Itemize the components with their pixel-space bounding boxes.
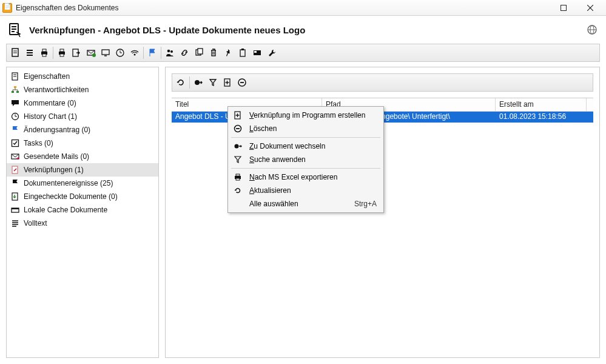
toolbar-print-icon[interactable]	[37, 46, 52, 60]
sidebar-item-volltext[interactable]: Volltext	[7, 217, 158, 230]
sidebar-item-tasks[interactable]: Tasks (0)	[7, 136, 158, 150]
menu-item-goto-document[interactable]: Zu Dokument wechseln	[230, 140, 382, 153]
sidebar-item-label: Gesendete Mails (0)	[24, 152, 89, 161]
clock-icon	[10, 112, 20, 121]
menu-item-label: Aktualisieren	[249, 186, 377, 195]
toolbar-flag-blue-icon[interactable]	[145, 46, 160, 60]
menu-item-create-link[interactable]: Verknüpfung im Programm erstellen	[230, 109, 382, 122]
cell-erstellt: 01.08.2023 15:18:56	[496, 112, 587, 123]
sidebar-item-dokumentenereignisse[interactable]: Dokumentenereignisse (25)	[7, 177, 158, 190]
sidebar-item-label: Dokumentenereignisse (25)	[24, 179, 113, 187]
main-panel: TitelPfadErstellt am Angebot DLS - Updat…	[165, 67, 600, 358]
menu-item-label: Suche anwenden	[249, 155, 377, 164]
sidebar-item-label: Änderungsantrag (0)	[24, 126, 90, 134]
goto-button[interactable]	[191, 75, 206, 90]
sidebar-item-label: History Chart (1)	[24, 112, 77, 121]
sidebar-item-eingecheckte-dokumente[interactable]: Eingecheckte Dokumente (0)	[7, 190, 158, 203]
sidebar-item-verknuepfungen[interactable]: Verknüpfungen (1)	[7, 163, 158, 177]
close-button[interactable]	[577, 0, 604, 15]
toolbar-mail-icon[interactable]	[84, 46, 98, 60]
sidebar-item-kommentare[interactable]: Kommentare (0)	[7, 96, 158, 110]
toolbar-pin-icon[interactable]	[221, 46, 235, 60]
menu-item-apply-search[interactable]: Suche anwenden	[230, 153, 382, 166]
menu-item-export-excel[interactable]: Nach MS Excel exportieren	[230, 170, 382, 184]
mail-sent-icon	[10, 152, 20, 161]
sidebar-item-lokale-cache-dokumente[interactable]: Lokale Cache Dokumente	[7, 203, 158, 217]
sidebar-item-label: Eigenschaften	[24, 72, 70, 81]
toolbar-document-icon[interactable]	[8, 46, 22, 60]
toolbar-export-icon[interactable]	[69, 46, 84, 60]
toolbar-list-icon[interactable]	[22, 46, 37, 60]
document-header-icon	[7, 22, 23, 38]
sidebar-item-aenderungsantrag[interactable]: Änderungsantrag (0)	[7, 123, 158, 136]
toolbar-broadcast-icon[interactable]	[127, 46, 142, 60]
toolbar-link-icon[interactable]	[177, 46, 192, 60]
svg-rect-34	[198, 49, 203, 54]
checkin-icon	[10, 192, 20, 201]
add-file-button[interactable]	[220, 75, 235, 90]
cache-icon	[10, 205, 20, 215]
menu-item-label: Verknüpfung im Programm erstellen	[249, 111, 377, 120]
toolbar-clock-icon[interactable]	[113, 46, 127, 60]
window-title: Eigenschaften des Dokumentes	[16, 4, 550, 12]
app-icon	[2, 3, 12, 13]
header: Verknüpfungen - Angebot DLS - Update Dok…	[0, 16, 606, 44]
svg-rect-21	[60, 54, 64, 56]
sidebar-item-verantwortlichkeiten[interactable]: Verantwortlichkeiten	[7, 83, 158, 96]
menu-item-label: Löschen	[249, 124, 377, 133]
menu-item-label: Zu Dokument wechseln	[249, 142, 377, 150]
document-icon	[10, 72, 20, 81]
filter-icon	[232, 155, 243, 164]
menu-item-label: Alle auswählen	[249, 200, 348, 208]
sidebar-item-label: Kommentare (0)	[24, 99, 76, 107]
svg-point-31	[167, 50, 170, 53]
fulltext-icon	[10, 218, 20, 228]
sidebar-item-eigenschaften[interactable]: Eigenschaften	[7, 70, 158, 83]
svg-rect-40	[254, 51, 257, 53]
title-bar: Eigenschaften des Dokumentes	[0, 0, 606, 16]
svg-rect-78	[236, 178, 240, 180]
sidebar-item-label: Eingecheckte Dokumente (0)	[24, 192, 118, 201]
toolbar-print2-icon[interactable]	[55, 46, 69, 60]
export-excel-icon	[232, 173, 243, 181]
toolbar-wrench-icon[interactable]	[264, 46, 279, 60]
svg-rect-25	[102, 50, 109, 55]
flag-black-icon	[10, 178, 20, 188]
svg-point-32	[170, 50, 173, 53]
sidebar: EigenschaftenVerantwortlichkeitenKomment…	[6, 67, 159, 358]
menu-item-accelerator: Strg+A	[354, 200, 377, 208]
comment-icon	[10, 98, 20, 108]
toolbar-trash-icon[interactable]	[206, 46, 221, 60]
globe-icon[interactable]	[585, 23, 599, 36]
toolbar-monitor-icon[interactable]	[98, 46, 113, 60]
svg-rect-37	[240, 50, 245, 56]
column-header[interactable]: Erstellt am	[496, 98, 587, 111]
svg-point-64	[195, 80, 200, 85]
menu-item-refresh[interactable]: Aktualisieren	[230, 184, 382, 197]
checkbox-icon	[10, 138, 20, 148]
svg-rect-59	[12, 208, 19, 209]
main-toolbar	[6, 44, 600, 62]
sidebar-item-history-chart[interactable]: History Chart (1)	[7, 110, 158, 123]
menu-item-select-all[interactable]: Alle auswählenStrg+A	[230, 197, 382, 211]
menu-item-delete[interactable]: Löschen	[230, 122, 382, 135]
refresh-button[interactable]	[173, 75, 188, 90]
goto-icon	[232, 142, 243, 150]
toolbar-users-icon[interactable]	[163, 46, 177, 60]
svg-rect-17	[42, 49, 46, 52]
refresh-icon	[232, 186, 243, 195]
toolbar-copy-icon[interactable]	[192, 46, 206, 60]
toolbar-card-icon[interactable]	[250, 46, 264, 60]
maximize-button[interactable]	[550, 0, 577, 15]
svg-rect-38	[241, 49, 244, 50]
hierarchy-icon	[10, 85, 20, 95]
menu-item-label: Nach MS Excel exportieren	[249, 173, 377, 181]
svg-rect-20	[60, 49, 64, 52]
svg-point-24	[92, 53, 96, 57]
sidebar-item-label: Verantwortlichkeiten	[24, 86, 89, 94]
remove-button[interactable]	[235, 75, 249, 90]
svg-point-30	[134, 54, 136, 56]
toolbar-clipboard-icon[interactable]	[235, 46, 250, 60]
sidebar-item-gesendete-mails[interactable]: Gesendete Mails (0)	[7, 150, 158, 163]
filter-button[interactable]	[206, 75, 220, 90]
